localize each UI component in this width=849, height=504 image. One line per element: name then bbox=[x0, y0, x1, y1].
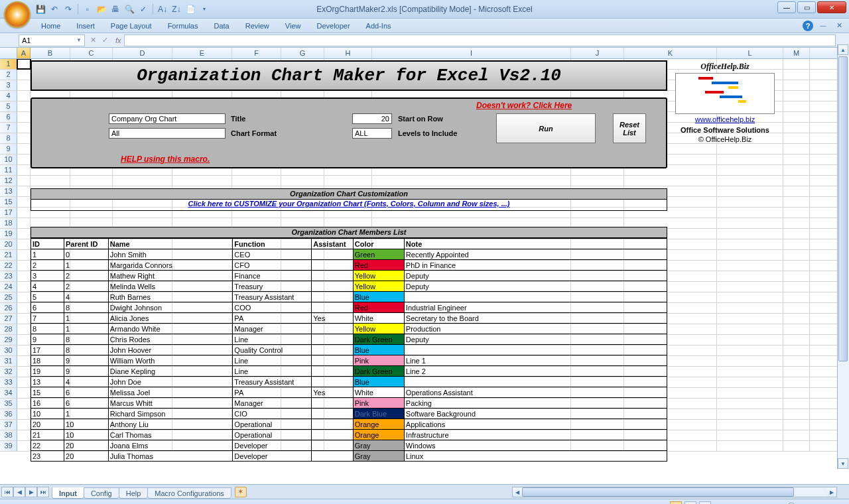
col-id[interactable]: ID bbox=[31, 239, 64, 249]
spelling-icon[interactable]: ✓ bbox=[137, 3, 149, 15]
row-header-17[interactable]: 17 bbox=[0, 208, 17, 218]
table-row[interactable]: 32Mathew RightFinanceYellowDeputy bbox=[31, 271, 667, 281]
row-header-34[interactable]: 34 bbox=[0, 388, 17, 398]
row-header-21[interactable]: 21 bbox=[0, 250, 17, 260]
row-header-26[interactable]: 26 bbox=[0, 303, 17, 313]
table-row[interactable]: 2220Joana ElmsDeveloperGrayWindows bbox=[31, 440, 667, 451]
title-input[interactable]: Company Org Chart bbox=[109, 113, 226, 124]
col-header-F[interactable]: F bbox=[232, 48, 281, 58]
row-header-33[interactable]: 33 bbox=[0, 377, 17, 387]
sheet-tab-macro-configurations[interactable]: Macro Configurations bbox=[147, 487, 231, 499]
row-header-23[interactable]: 23 bbox=[0, 271, 17, 281]
doc-close-icon[interactable]: ✕ bbox=[833, 20, 845, 32]
scroll-down-icon[interactable]: ▼ bbox=[838, 458, 848, 469]
table-row[interactable]: 2010Anthony LiuOperationalOrangeApplicat… bbox=[31, 419, 667, 430]
col-color[interactable]: Color bbox=[353, 239, 404, 249]
scroll-right-icon[interactable]: ▶ bbox=[827, 487, 836, 497]
chart-format-input[interactable]: All bbox=[109, 128, 226, 139]
open-icon[interactable]: 📂 bbox=[96, 3, 107, 15]
col-header-E[interactable]: E bbox=[172, 48, 232, 58]
brand-link[interactable]: www.officehelp.biz bbox=[695, 115, 755, 123]
col-assistant[interactable]: Assistant bbox=[312, 239, 354, 249]
row-header-35[interactable]: 35 bbox=[0, 399, 17, 409]
customize-link[interactable]: Click here to CUSTOMIZE your Organizatio… bbox=[188, 200, 509, 208]
sort-desc-icon[interactable]: Z↓ bbox=[170, 3, 182, 15]
table-row[interactable]: 68Dwight JohnsonCOORedIndustrial Enginee… bbox=[31, 302, 667, 313]
row-header-6[interactable]: 6 bbox=[0, 112, 17, 122]
quick-print-icon[interactable]: 🖶 bbox=[109, 3, 121, 15]
col-name[interactable]: Name bbox=[108, 239, 233, 249]
qat-dropdown-icon[interactable]: ▾ bbox=[198, 3, 210, 15]
row-header-20[interactable]: 20 bbox=[0, 239, 17, 249]
minimize-button[interactable]: — bbox=[777, 1, 796, 13]
table-row[interactable]: 134John DoeTreasury AssistantBlue bbox=[31, 377, 667, 387]
row-header-1[interactable]: 1 bbox=[0, 59, 17, 69]
members-table[interactable]: ID Parent ID Name Function Assistant Col… bbox=[31, 238, 667, 462]
open-recent-icon[interactable]: 📄 bbox=[184, 3, 196, 15]
col-function[interactable]: Function bbox=[233, 239, 312, 249]
vscroll-thumb[interactable] bbox=[838, 56, 848, 361]
row-header-32[interactable]: 32 bbox=[0, 367, 17, 377]
ribbon-tab-developer[interactable]: Developer bbox=[308, 20, 358, 32]
sheet-tab-config[interactable]: Config bbox=[84, 487, 119, 499]
horizontal-scrollbar[interactable]: ◀ ▶ bbox=[512, 487, 837, 497]
ribbon-tab-view[interactable]: View bbox=[277, 20, 309, 32]
run-button[interactable]: Run bbox=[496, 113, 596, 143]
table-row[interactable]: 156Melissa JoelPAYesWhiteOperations Assi… bbox=[31, 387, 667, 398]
sheet-tab-input[interactable]: Input bbox=[52, 487, 84, 499]
row-header-5[interactable]: 5 bbox=[0, 101, 17, 111]
tab-first-icon[interactable]: ⏮ bbox=[1, 487, 13, 497]
row-header-29[interactable]: 29 bbox=[0, 335, 17, 345]
ribbon-tab-home[interactable]: Home bbox=[33, 20, 68, 32]
col-header-G[interactable]: G bbox=[281, 48, 324, 58]
normal-view-icon[interactable] bbox=[670, 501, 682, 505]
col-parent-id[interactable]: Parent ID bbox=[64, 239, 109, 249]
sort-asc-icon[interactable]: A↓ bbox=[157, 3, 168, 15]
table-row[interactable]: 199Diane KeplingLineDark GreenLine 2 bbox=[31, 366, 667, 377]
col-header-J[interactable]: J bbox=[571, 48, 624, 58]
col-header-H[interactable]: H bbox=[324, 48, 372, 58]
help-macro-link[interactable]: HELP using this macro. bbox=[121, 155, 210, 164]
name-box-dropdown-icon[interactable]: ▼ bbox=[76, 37, 82, 43]
tab-last-icon[interactable]: ⏭ bbox=[37, 487, 49, 497]
vertical-scrollbar[interactable]: ▲ ▼ bbox=[837, 44, 849, 469]
tab-prev-icon[interactable]: ◀ bbox=[13, 487, 25, 497]
table-row[interactable]: 189William WorthLinePinkLine 1 bbox=[31, 355, 667, 366]
ribbon-tab-page-layout[interactable]: Page Layout bbox=[103, 20, 160, 32]
row-header-31[interactable]: 31 bbox=[0, 356, 17, 366]
ribbon-tab-data[interactable]: Data bbox=[206, 20, 237, 32]
active-cell[interactable] bbox=[17, 59, 31, 69]
row-header-3[interactable]: 3 bbox=[0, 80, 17, 90]
levels-input[interactable]: ALL bbox=[352, 128, 392, 139]
row-header-10[interactable]: 10 bbox=[0, 155, 17, 164]
enter-formula-icon[interactable]: ✓ bbox=[99, 36, 110, 44]
hscroll-thumb[interactable] bbox=[522, 487, 794, 497]
col-header-C[interactable]: C bbox=[70, 48, 113, 58]
row-header-13[interactable]: 13 bbox=[0, 186, 17, 196]
col-header-K[interactable]: K bbox=[624, 48, 717, 58]
page-layout-view-icon[interactable] bbox=[685, 501, 696, 505]
row-header-2[interactable]: 2 bbox=[0, 70, 17, 80]
row-header-9[interactable]: 9 bbox=[0, 144, 17, 154]
table-row[interactable]: 2110Carl ThomasOperationalOrangeInfrastr… bbox=[31, 430, 667, 440]
cancel-formula-icon[interactable]: ✕ bbox=[88, 36, 98, 44]
start-row-input[interactable]: 20 bbox=[352, 113, 392, 124]
reset-list-button[interactable]: Reset List bbox=[613, 113, 646, 143]
row-header-28[interactable]: 28 bbox=[0, 324, 17, 334]
row-header-25[interactable]: 25 bbox=[0, 292, 17, 302]
doesnt-work-link[interactable]: Doesn't work? Click Here bbox=[476, 101, 572, 110]
table-row[interactable]: 54Ruth BarnesTreasury AssistantBlue bbox=[31, 292, 667, 302]
row-header-24[interactable]: 24 bbox=[0, 282, 17, 292]
new-icon[interactable]: ▫ bbox=[82, 3, 94, 15]
table-row[interactable]: 2320Julia ThomasDeveloperGrayLinux bbox=[31, 451, 667, 462]
col-header-D[interactable]: D bbox=[113, 48, 172, 58]
table-row[interactable]: 81Armando WhiteManagerYellowProduction bbox=[31, 324, 667, 334]
table-row[interactable]: 101Richard SimpsonCIODark BlueSoftware B… bbox=[31, 409, 667, 419]
row-header-36[interactable]: 36 bbox=[0, 409, 17, 419]
ribbon-tab-review[interactable]: Review bbox=[237, 20, 277, 32]
row-header-7[interactable]: 7 bbox=[0, 123, 17, 133]
redo-icon[interactable]: ↷ bbox=[62, 3, 74, 15]
print-preview-icon[interactable]: 🔍 bbox=[123, 3, 135, 15]
scroll-left-icon[interactable]: ◀ bbox=[513, 487, 522, 497]
name-box[interactable]: A1 ▼ bbox=[19, 34, 85, 46]
